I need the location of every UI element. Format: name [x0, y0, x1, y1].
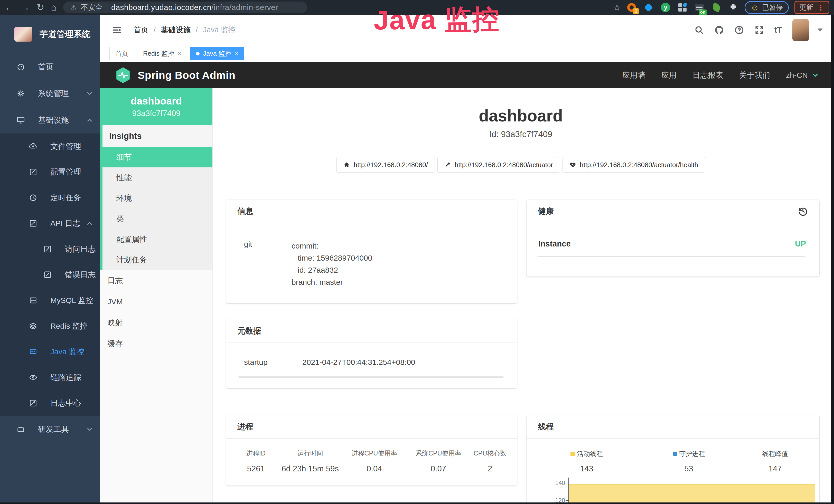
- sidebar-item-java-monitor[interactable]: Java 监控: [0, 339, 100, 365]
- legend-swatch-yellow: [570, 452, 575, 456]
- health-url-button[interactable]: http://192.168.0.2:48080/actuator/health: [563, 157, 705, 173]
- extension-grid-icon[interactable]: [677, 2, 687, 13]
- sidebar-item-system[interactable]: 系统管理: [0, 80, 100, 107]
- sidebar-item-access-logs[interactable]: 访问日志: [0, 236, 100, 262]
- sidebar-item-log-center[interactable]: 日志中心: [0, 390, 100, 416]
- sidebar-item-config-mgmt[interactable]: 配置管理: [0, 159, 100, 185]
- sba-nav-applications[interactable]: 应用: [661, 70, 677, 81]
- close-icon[interactable]: ×: [178, 50, 181, 57]
- extensions-puzzle-icon[interactable]: [728, 2, 739, 13]
- sba-menu-details[interactable]: 细节: [103, 147, 213, 167]
- github-icon[interactable]: [714, 25, 724, 35]
- close-icon[interactable]: ×: [235, 50, 238, 57]
- sidebar-item-scheduled-jobs[interactable]: 定时任务: [0, 185, 100, 210]
- address-bar[interactable]: ⚠ 不安全 dashboard.yudao.iocoder.cn/infra/a…: [63, 2, 307, 13]
- sba-logo-icon: [115, 67, 131, 84]
- locale-select[interactable]: zh-CN: [786, 71, 819, 79]
- service-url-button[interactable]: http://192.168.0.2:48080/: [336, 157, 435, 173]
- font-size-icon[interactable]: tT: [774, 25, 782, 35]
- home-icon: [344, 161, 350, 168]
- process-uptime-col: 运行时间 6d 23h 15m 59s: [280, 449, 341, 474]
- sidebar-item-api-logs[interactable]: API 日志: [0, 210, 100, 236]
- reload-icon[interactable]: ↻: [37, 3, 44, 12]
- back-icon[interactable]: ←: [5, 3, 14, 12]
- search-icon[interactable]: [694, 25, 704, 35]
- extension-orange-icon[interactable]: 1: [627, 2, 637, 13]
- cloud-upload-icon: [29, 142, 38, 151]
- sba-menu-scheduled-tasks[interactable]: 计划任务: [103, 250, 213, 270]
- app-logo-row[interactable]: 芋道管理系统: [0, 15, 100, 53]
- sidebar-item-mysql-monitor[interactable]: MySQL 监控: [0, 288, 100, 313]
- sba-menu-mappings[interactable]: 映射: [100, 312, 213, 333]
- status-badge: UP: [795, 239, 806, 249]
- metadata-card-title: 元数据: [226, 319, 517, 343]
- sidebar-item-redis-monitor[interactable]: Redis 监控: [0, 313, 100, 339]
- metadata-card: 元数据 startup 2021-04-27T00:44:31.254+08:0…: [226, 319, 517, 388]
- sba-brand-title[interactable]: Spring Boot Admin: [138, 69, 235, 82]
- avatar-caret-icon[interactable]: [817, 28, 823, 31]
- browser-menu-dots-icon[interactable]: ⋮: [817, 3, 825, 12]
- sba-menu-logs[interactable]: 日志: [100, 270, 213, 291]
- sba-instance-block[interactable]: dashboard 93a3fc7f7409: [100, 88, 213, 125]
- extension-pin-icon[interactable]: [643, 2, 654, 13]
- sidebar-item-error-logs[interactable]: 错误日志: [0, 262, 100, 288]
- sidebar-item-file-mgmt[interactable]: 文件管理: [0, 134, 100, 159]
- browser-update-button[interactable]: 更新 ⋮: [794, 1, 829, 14]
- help-icon[interactable]: [734, 25, 744, 35]
- sba-menu-caches[interactable]: 缓存: [100, 333, 213, 354]
- user-avatar[interactable]: [792, 19, 809, 41]
- daemon-threads-col: 守护进程 53: [644, 450, 733, 474]
- sidebar-item-dev-tools[interactable]: 研发工具: [0, 416, 100, 443]
- sba-menu-jvm[interactable]: JVM: [100, 291, 213, 312]
- tab-redis-monitor[interactable]: Redis 监控 ×: [137, 47, 187, 60]
- sba-instance-id: 93a3fc7f7409: [132, 109, 180, 118]
- row-divider: [238, 376, 504, 378]
- tab-java-monitor[interactable]: Java 监控 ×: [190, 47, 244, 60]
- sba-menu-metrics[interactable]: 性能: [103, 167, 213, 188]
- app-logo-image: [14, 27, 32, 42]
- actuator-url-button[interactable]: http://192.168.0.2:48080/actuator: [437, 157, 560, 173]
- sba-menu-classes[interactable]: 类: [103, 208, 213, 229]
- chevron-up-icon: [86, 116, 93, 124]
- legend-swatch-blue: [673, 452, 677, 456]
- annotation-overlay: Java 监控: [373, 1, 500, 39]
- sidebar-item-tracing[interactable]: 链路追踪: [0, 365, 100, 390]
- sidebar-item-home[interactable]: 首页: [0, 53, 100, 80]
- info-card: 信息 git commit: time: 1596289704000 id: 2…: [226, 200, 517, 303]
- info-value: commit: time: 1596289704000 id: 27aa832 …: [291, 240, 372, 288]
- tags-view-bar: 首页 Redis 监控 × Java 监控 ×: [100, 45, 834, 62]
- sidebar-item-infra[interactable]: 基础设施: [0, 107, 100, 134]
- sba-nav-about[interactable]: 关于我们: [739, 70, 770, 81]
- url-text[interactable]: dashboard.yudao.iocoder.cn/infra/admin-s…: [111, 3, 278, 12]
- hamburger-icon[interactable]: [111, 25, 122, 36]
- breadcrumb-home[interactable]: 首页: [134, 25, 149, 35]
- extension-on-icon[interactable]: on: [694, 2, 705, 13]
- sba-menu-environment[interactable]: 环境: [103, 188, 213, 208]
- process-pid-col: 进程ID 5261: [232, 449, 280, 474]
- extension-leaf-icon[interactable]: [711, 2, 722, 13]
- threads-chart: 140 120 100: [527, 481, 819, 504]
- sba-menu-config-props[interactable]: 配置属性: [103, 229, 213, 250]
- breadcrumb: 首页 / 基础设施 / Java 监控: [134, 25, 236, 35]
- live-threads-area: [569, 484, 815, 504]
- chevron-up-icon: [86, 220, 93, 227]
- extension-y-icon[interactable]: y: [660, 2, 671, 13]
- sba-group-label: Insights: [103, 125, 213, 147]
- sba-nav-wallboard[interactable]: 应用墙: [622, 70, 645, 81]
- bookmark-star-icon[interactable]: ☆: [613, 2, 621, 13]
- breadcrumb-infra[interactable]: 基础设施: [161, 25, 191, 35]
- system-cpu-col: 系统CPU使用率 0.07: [408, 449, 469, 474]
- tab-home[interactable]: 首页: [109, 47, 134, 60]
- fullscreen-icon[interactable]: [754, 25, 764, 35]
- paused-extension-pill[interactable]: ☺ 已暂停: [745, 1, 789, 14]
- history-icon[interactable]: [798, 206, 808, 216]
- sba-nav-journal[interactable]: 日志报表: [693, 70, 723, 81]
- instance-links: http://192.168.0.2:48080/ http://192.168…: [213, 157, 829, 173]
- insecure-warning-icon[interactable]: ⚠: [70, 3, 77, 12]
- forward-icon[interactable]: →: [21, 3, 30, 12]
- home-icon[interactable]: ⌂: [51, 3, 57, 12]
- infra-submenu: 文件管理 配置管理 定时任务 API 日志: [0, 134, 100, 416]
- active-tab-dot: [196, 52, 200, 55]
- process-card: 进程 进程ID 5261 运行时间 6d 23h 15m 59s 进程CPU使用…: [226, 415, 517, 485]
- row-divider: [539, 256, 805, 257]
